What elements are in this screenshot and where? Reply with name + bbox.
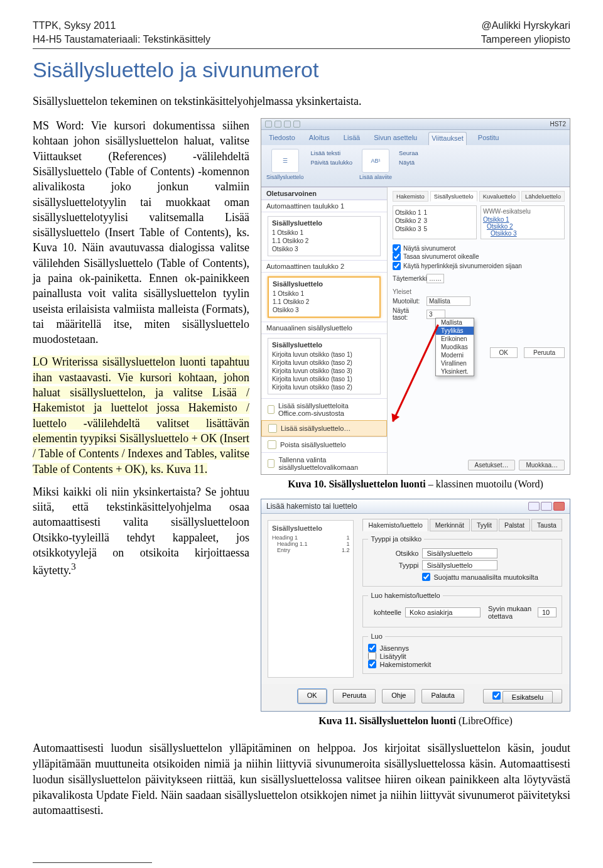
figure-11-caption-strong: Kuva 11. Sisällysluettelon luonti (318, 715, 456, 726)
gallery-footer-office[interactable]: Lisää sisällysluetteloita Office.com-siv… (261, 398, 387, 420)
lo-btn-palauta[interactable]: Palauta (421, 689, 464, 703)
chk-lisatyylit[interactable]: Lisätyylit (368, 652, 557, 660)
panel-tab-lahdeluettelo[interactable]: Lähdeluettelo (521, 191, 565, 202)
ribbon-nayta[interactable]: Näytä (397, 158, 420, 166)
lbl-kohteelle: kohteelle (368, 609, 401, 616)
chk-align-right[interactable]: Tasaa sivunumerot oikealle (393, 252, 565, 261)
dropdown-option[interactable]: Yksinkert. (436, 367, 474, 376)
preview-row: Otsikko 23 (395, 217, 474, 224)
chk-hakemistomerkit[interactable]: Hakemistomerkit (368, 660, 557, 668)
preview-row: Otsikko 35 (395, 225, 474, 232)
legend-create-index: Luo hakemisto/luettelo (368, 592, 442, 599)
gallery-item-auto2-label: Automaattinen taulukko 2 (261, 260, 387, 273)
gallery-footer-save-selection[interactable]: Tallenna valinta sisällysluettelovalikom… (261, 452, 387, 474)
lbl-muotoilut: Muotoilut: (393, 298, 424, 305)
word-ribbon: ☰ Sisällysluettelo Lisää teksti Päivitä … (261, 145, 570, 187)
lo-tab-hakemisto-luettelo[interactable]: Hakemisto/luettelo (362, 519, 428, 531)
page-title: Sisällysluettelo ja sivunumerot (33, 58, 570, 82)
dropdown-option[interactable]: Mallista (436, 318, 474, 327)
header-material-title: H4-H5 Taustamateriaali: Tekstinkäsittely (33, 33, 210, 46)
gallery-footer-office-label: Lisää sisällysluetteloita Office.com-siv… (278, 402, 381, 417)
lo-preview-row: Heading 1.11 (272, 541, 349, 547)
dropdown-option[interactable]: Moderni (436, 351, 474, 359)
chk-jasennys[interactable]: Jäsennys (368, 644, 557, 652)
field-syvin[interactable]: 10 (538, 607, 557, 617)
panel-tab-kuvaluettelo[interactable]: Kuvaluettelo (479, 191, 519, 202)
btn-muokkaa[interactable]: Muokkaa… (519, 460, 565, 470)
chk-protect-manual[interactable]: Suojattu manuaalisilta muutoksilta (422, 573, 557, 581)
dropdown-option[interactable]: Erikoinen (436, 335, 474, 343)
lo-tab-merkinnat[interactable]: Merkinnät (430, 519, 470, 531)
gallery-footer-insert-toc[interactable]: Lisää sisällysluettelo… (261, 420, 387, 437)
ribbon-seuraa[interactable]: Seuraa (397, 149, 420, 157)
figure-10-caption: Kuva 10. Sisällysluettelon luonti – klas… (261, 479, 570, 490)
gallery-footer-remove-toc[interactable]: Poista sisällysluettelo (261, 437, 387, 452)
word-quick-access-toolbar: HST2 (261, 119, 570, 130)
field-otsikko[interactable]: Sisällysluettelo (422, 548, 497, 558)
lo-preview-row: Entry1.2 (272, 547, 349, 553)
gallery-thumb-manual[interactable]: Sisällysluettelo Kirjoita luvun otsikko … (268, 338, 381, 394)
thumb-row: 1.1 Otsikko 2 (272, 237, 376, 245)
lo-preview-title: Sisällysluettelo (272, 524, 349, 532)
field-kohteelle[interactable]: Koko asiakirja (405, 607, 481, 617)
lo-tab-palstat[interactable]: Palstat (499, 519, 530, 531)
tab-aloitus[interactable]: Aloitus (307, 132, 332, 145)
dropdown-option[interactable]: Muodikas (436, 343, 474, 351)
ribbon-toc-button[interactable]: ☰ Sisällysluettelo (266, 149, 304, 180)
lo-dialog-tabs: Hakemisto/luettelo Merkinnät Tyylit Pals… (362, 519, 562, 531)
group-create-from: Luo Jäsennys Lisätyylit Hakemistomerkit (362, 632, 562, 674)
field-muotoilut[interactable]: Mallista (426, 296, 470, 306)
lo-btn-ohje[interactable]: Ohje (382, 689, 415, 703)
preview-row: Otsikko 11 (395, 209, 474, 216)
thumb-row: Otsikko 3 (272, 245, 376, 253)
figure-11-lo-dialog: Lisää hakemisto tai luettelo Sisällyslue… (261, 499, 570, 712)
lbl-syvin: Syvin mukaan otettava (488, 605, 534, 620)
lbl-nayta-tasot: Näytä tasot: (393, 307, 424, 321)
tab-sivun-asettelu[interactable]: Sivun asettelu (371, 132, 420, 145)
why-paragraph-continuation: Automaattisesti luodun sisällysluettelon… (33, 741, 570, 818)
field-taytemerkki[interactable]: …… (426, 274, 444, 283)
tab-viittaukset[interactable]: Viittaukset (428, 132, 467, 145)
ribbon-footnote-button[interactable]: AB¹ Lisää alaviite (359, 149, 392, 180)
maximize-icon[interactable] (541, 502, 552, 511)
qat-undo-icon (284, 121, 291, 127)
msword-paragraph: MS Word: Vie kursori dokumentissa siihen… (33, 118, 249, 347)
thumb-row: 1 Otsikko 1 (273, 290, 376, 298)
dropdown-option[interactable]: Virallinen (436, 359, 474, 367)
btn-peruuta[interactable]: Peruuta (524, 347, 565, 358)
muotoilut-dropdown-open[interactable]: Mallista Tyylikäs Erikoinen Muodikas Mod… (435, 318, 474, 376)
gallery-thumb-auto1[interactable]: Sisällysluettelo 1 Otsikko 1 1.1 Otsikko… (268, 216, 381, 256)
legend-create-from: Luo (368, 632, 384, 640)
word-ribbon-tabs: Tiedosto Aloitus Lisää Sivun asettelu Vi… (261, 130, 570, 145)
lo-btn-ok[interactable]: OK (298, 689, 327, 703)
word-icon (265, 121, 272, 127)
tab-postitu[interactable]: Postitu (475, 132, 502, 145)
www-link: Otsikko 1 (483, 216, 562, 223)
dropdown-option-selected[interactable]: Tyylikäs (436, 327, 474, 335)
minimize-icon[interactable] (528, 502, 540, 511)
btn-ok[interactable]: OK (490, 347, 518, 358)
gallery-thumb-auto2[interactable]: Sisällysluettelo 1 Otsikko 1 1.1 Otsikko… (268, 276, 381, 318)
lo-tab-tausta[interactable]: Tausta (531, 519, 562, 531)
btn-asetukset[interactable]: Asetukset… (468, 460, 516, 470)
why-start-text: Miksi kaikki oli niin yksinkertaista? Se… (33, 486, 249, 577)
chk-show-pages[interactable]: Näytä sivunumerot (393, 244, 565, 252)
chk-esikatselu[interactable] (492, 692, 501, 700)
gallery-footer-remove-label: Poista sisällysluettelo (280, 441, 346, 448)
ribbon-add-text[interactable]: Lisää teksti (309, 149, 355, 157)
lbl-esikatselu: Esikatselu (503, 691, 553, 703)
tab-lisaa[interactable]: Lisää (341, 132, 362, 145)
thumb-title: Sisällysluettelo (273, 280, 376, 288)
lo-tab-tyylit[interactable]: Tyylit (471, 519, 497, 531)
field-tyyppi[interactable]: Sisällysluettelo (422, 560, 497, 570)
preview-group: Otsikko 11 Otsikko 23 Otsikko 35 WWW-esi… (393, 205, 565, 239)
panel-tab-sisallysluettelo[interactable]: Sisällysluettelo (430, 191, 477, 202)
lo-btn-peruuta[interactable]: Peruuta (333, 689, 376, 703)
panel-tab-hakemisto[interactable]: Hakemisto (393, 191, 428, 202)
tab-tiedosto[interactable]: Tiedosto (266, 132, 298, 145)
chk-hyperlinks[interactable]: Käytä hyperlinkkejä sivunumeroiden sijaa… (393, 262, 565, 270)
thumb-row: Kirjoita luvun otsikko (taso 2) (272, 383, 376, 391)
ribbon-update-table[interactable]: Päivitä taulukko (309, 158, 355, 166)
save-selection-icon (268, 459, 274, 468)
close-icon[interactable] (553, 502, 565, 511)
